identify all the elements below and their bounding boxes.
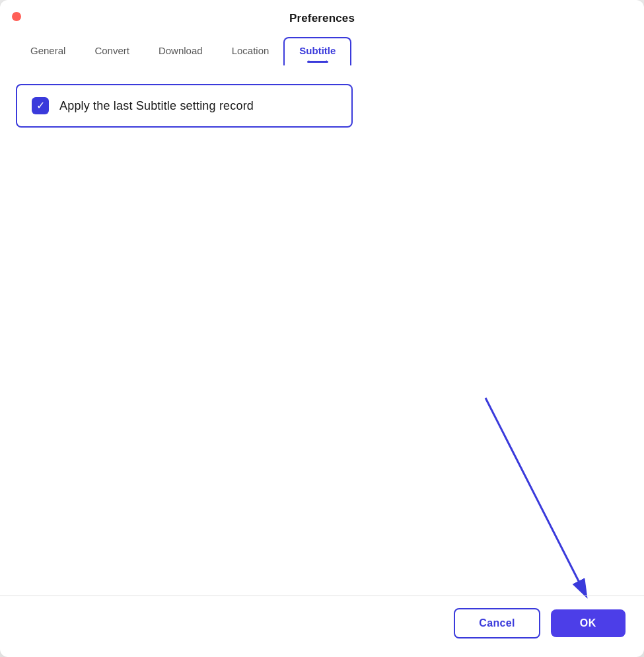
checkmark-icon: ✓: [36, 100, 45, 111]
tab-download[interactable]: Download: [144, 38, 217, 64]
close-button[interactable]: [12, 12, 21, 21]
preferences-window: Preferences General Convert Download Loc…: [0, 0, 644, 657]
traffic-lights: [12, 12, 21, 21]
tab-active-underline: [307, 61, 328, 63]
cancel-button[interactable]: Cancel: [454, 608, 540, 638]
tab-general[interactable]: General: [16, 38, 80, 64]
apply-subtitle-checkbox[interactable]: ✓: [32, 97, 49, 114]
button-bar: Cancel OK: [0, 596, 644, 657]
title-bar: Preferences: [0, 0, 644, 32]
ok-button[interactable]: OK: [551, 609, 626, 637]
subtitle-checkbox-row[interactable]: ✓ Apply the last Subtitle setting record: [16, 84, 353, 128]
tabs-bar: General Convert Download Location Subtit…: [0, 32, 644, 65]
bottom-area: Cancel OK: [0, 596, 644, 657]
tab-location[interactable]: Location: [217, 38, 284, 64]
tab-convert[interactable]: Convert: [80, 38, 144, 64]
tab-subtitle[interactable]: Subtitle: [283, 37, 351, 65]
apply-subtitle-label: Apply the last Subtitle setting record: [59, 99, 254, 113]
window-title: Preferences: [289, 12, 355, 25]
content-area: ✓ Apply the last Subtitle setting record: [0, 65, 644, 657]
